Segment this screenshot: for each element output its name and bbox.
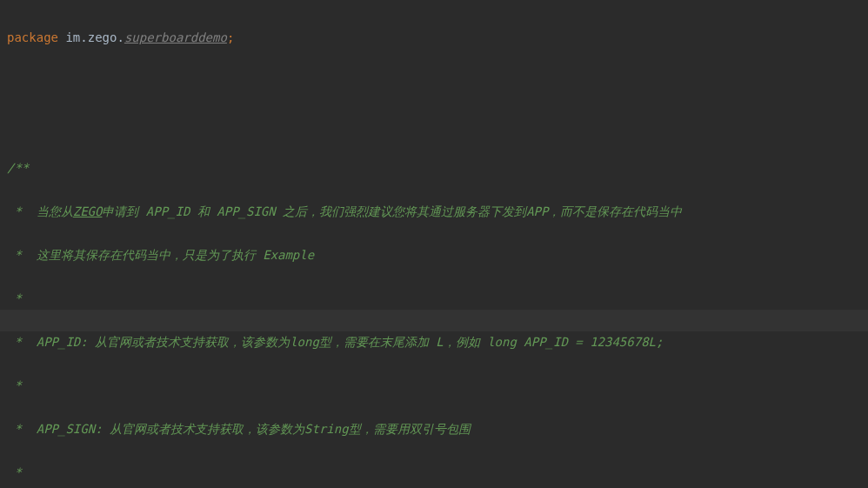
package-prefix: im.zego. <box>58 30 124 44</box>
package-name: superboarddemo <box>124 30 227 44</box>
comment-line: * <box>7 462 868 484</box>
comment-text: * 当您从 <box>7 204 73 218</box>
comment-text: 申请到 APP_ID 和 APP_SIGN 之后，我们强烈建议您将其通过服务器下… <box>102 204 682 218</box>
comment-line: /** <box>7 157 868 179</box>
comment-line: * <box>7 288 868 310</box>
blank-line <box>7 114 868 136</box>
comment-line: * APP_ID: 从官网或者技术支持获取，该参数为long型，需要在末尾添加 … <box>7 331 868 353</box>
keyword-package: package <box>7 30 58 44</box>
comment-underline: ZEGO <box>73 204 103 218</box>
comment-line: * 这里将其保存在代码当中，只是为了执行 Example <box>7 244 868 266</box>
semicolon: ; <box>227 30 234 44</box>
blank-line <box>7 70 868 92</box>
comment-line: * <box>7 375 868 397</box>
code-editor[interactable]: package im.zego.superboarddemo; /** * 当您… <box>0 0 868 488</box>
comment-line: * 当您从ZEGO申请到 APP_ID 和 APP_SIGN 之后，我们强烈建议… <box>7 201 868 223</box>
code-line: package im.zego.superboarddemo; <box>7 27 868 49</box>
comment-line: * APP_SIGN: 从官网或者技术支持获取，该参数为String型，需要用双… <box>7 418 868 440</box>
